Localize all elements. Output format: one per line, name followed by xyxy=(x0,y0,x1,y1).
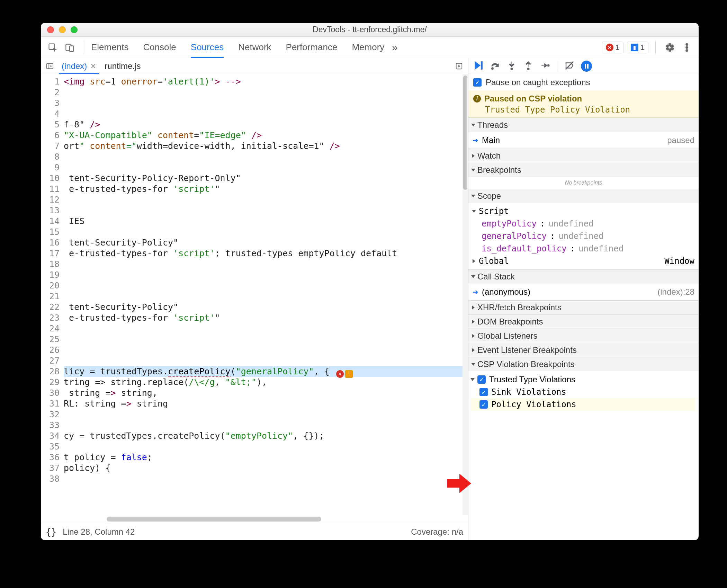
pretty-print-button[interactable]: {} xyxy=(46,527,56,537)
event-listener-bp-header[interactable]: Event Listener Breakpoints xyxy=(468,343,699,357)
scope-var-row[interactable]: is_default_policy: undefined xyxy=(481,242,695,255)
code-line[interactable] xyxy=(64,98,463,108)
scope-header[interactable]: Scope xyxy=(468,189,699,203)
error-count-badge[interactable]: ✕ 1 xyxy=(602,42,623,53)
code-line[interactable]: e-trusted-types-for 'script'; trusted-ty… xyxy=(64,248,463,259)
horizontal-scrollbar[interactable] xyxy=(41,515,468,523)
code-line[interactable] xyxy=(64,205,463,216)
checkbox-checked-icon[interactable]: ✓ xyxy=(477,375,486,384)
file-tabstrip: (index)✕runtime.js xyxy=(41,58,468,74)
code-line[interactable] xyxy=(64,194,463,205)
debugger-panel: ✓ Pause on caught exceptions i Paused on… xyxy=(468,58,699,540)
code-line[interactable]: t_policy = false; xyxy=(64,452,463,463)
callstack-frame[interactable]: ➔ (anonymous) (index):28 xyxy=(472,286,695,298)
scope-var-row[interactable]: emptyPolicy: undefined xyxy=(481,217,695,230)
code-line[interactable] xyxy=(64,108,463,119)
scope-global-row[interactable]: GlobalWindow xyxy=(472,255,695,267)
code-line[interactable] xyxy=(64,334,463,345)
code-line[interactable] xyxy=(64,280,463,291)
dom-breakpoints-header[interactable]: DOM Breakpoints xyxy=(468,315,699,329)
code-line[interactable]: "X-UA-Compatible" content="IE=edge" /> xyxy=(64,130,463,141)
step-button[interactable] xyxy=(540,60,550,72)
panel-tab-sources[interactable]: Sources xyxy=(191,37,224,58)
kebab-menu-icon[interactable] xyxy=(680,41,694,54)
sink-violations-row[interactable]: ✓Sink Violations xyxy=(470,386,695,398)
code-line[interactable]: ort" content="width=device-width, initia… xyxy=(64,141,463,151)
code-line[interactable] xyxy=(64,259,463,269)
paused-banner: i Paused on CSP violation Trusted Type P… xyxy=(468,91,699,118)
tt-violations-row[interactable]: ✓Trusted Type Violations xyxy=(470,373,695,386)
vertical-scrollbar[interactable] xyxy=(463,74,468,515)
navigator-toggle-icon[interactable] xyxy=(44,60,56,72)
code-line[interactable]: RL: string => string xyxy=(64,398,463,409)
global-listeners-header[interactable]: Global Listeners xyxy=(468,329,699,343)
code-editor[interactable]: 1234567891011121314151617181920212223242… xyxy=(41,74,468,515)
checkbox-checked-icon[interactable]: ✓ xyxy=(473,78,482,87)
resume-button[interactable] xyxy=(473,60,484,72)
code-line[interactable]: <img src=1 onerror='alert(1)'> --> xyxy=(64,76,463,87)
code-line[interactable] xyxy=(64,151,463,162)
panel-tab-network[interactable]: Network xyxy=(238,37,271,58)
cursor-position-label: Line 28, Column 42 xyxy=(63,527,135,537)
code-line[interactable]: policy) { xyxy=(64,463,463,473)
callstack-header[interactable]: Call Stack xyxy=(468,270,699,284)
more-panels-button[interactable]: » xyxy=(388,41,402,54)
file-tab[interactable]: (index)✕ xyxy=(57,58,100,74)
step-into-button[interactable] xyxy=(506,60,517,72)
info-icon: i xyxy=(473,95,481,103)
step-over-button[interactable] xyxy=(490,60,500,72)
current-frame-icon: ➔ xyxy=(473,288,478,296)
code-line[interactable]: IES xyxy=(64,216,463,226)
scope-script-row[interactable]: Script xyxy=(472,205,695,217)
watch-header[interactable]: Watch xyxy=(468,149,699,163)
step-out-button[interactable] xyxy=(523,60,533,72)
code-line[interactable]: licy = trustedTypes.createPolicy("genera… xyxy=(64,366,463,377)
code-line[interactable]: tent-Security-Policy-Report-Only" xyxy=(64,173,463,184)
current-thread-icon: ➔ xyxy=(473,136,478,144)
code-line[interactable] xyxy=(64,420,463,430)
code-line[interactable]: tent-Security-Policy" xyxy=(64,237,463,248)
checkbox-checked-icon[interactable]: ✓ xyxy=(479,400,488,409)
code-content[interactable]: <img src=1 onerror='alert(1)'> -->f-8" /… xyxy=(63,74,463,515)
panel-tab-console[interactable]: Console xyxy=(143,37,176,58)
code-line[interactable] xyxy=(64,345,463,355)
thread-row-main[interactable]: ➔ Main paused xyxy=(472,134,695,146)
code-line[interactable]: f-8" /> xyxy=(64,119,463,130)
code-line[interactable] xyxy=(64,162,463,173)
code-line[interactable] xyxy=(64,441,463,452)
deactivate-breakpoints-button[interactable] xyxy=(564,60,575,72)
code-line[interactable]: e-trusted-types-for 'script'" xyxy=(64,184,463,194)
code-line[interactable]: e-trusted-types-for 'script'" xyxy=(64,312,463,323)
file-tab[interactable]: runtime.js xyxy=(100,58,145,74)
code-line[interactable]: tring => string.replace(/\</g, "&lt;"), xyxy=(64,377,463,387)
settings-icon[interactable] xyxy=(663,41,676,54)
pause-on-exceptions-button[interactable] xyxy=(581,61,592,72)
code-line[interactable] xyxy=(64,291,463,302)
code-line[interactable] xyxy=(64,473,463,484)
code-line[interactable]: cy = trustedTypes.createPolicy("emptyPol… xyxy=(64,430,463,441)
inspect-element-icon[interactable] xyxy=(46,41,60,54)
panel-tab-performance[interactable]: Performance xyxy=(286,37,338,58)
xhr-breakpoints-header[interactable]: XHR/fetch Breakpoints xyxy=(468,301,699,314)
close-tab-icon[interactable]: ✕ xyxy=(90,62,96,70)
code-line[interactable] xyxy=(64,323,463,334)
code-line[interactable] xyxy=(64,87,463,98)
panel-tab-elements[interactable]: Elements xyxy=(91,37,128,58)
threads-header[interactable]: Threads xyxy=(468,118,699,132)
code-line[interactable] xyxy=(64,409,463,420)
checkbox-checked-icon[interactable]: ✓ xyxy=(479,388,488,396)
pause-on-caught-row[interactable]: ✓ Pause on caught exceptions xyxy=(468,74,699,91)
code-line[interactable] xyxy=(64,226,463,237)
code-line[interactable] xyxy=(64,269,463,280)
panel-tab-memory[interactable]: Memory xyxy=(352,37,384,58)
breakpoints-header[interactable]: Breakpoints xyxy=(468,163,699,177)
device-mode-icon[interactable] xyxy=(63,41,77,54)
message-count-badge[interactable]: ▮ 1 xyxy=(627,42,648,53)
policy-violations-row[interactable]: ✓Policy Violations xyxy=(470,398,695,411)
code-line[interactable]: tent-Security-Policy" xyxy=(64,302,463,312)
code-line[interactable]: string => string, xyxy=(64,387,463,398)
code-line[interactable] xyxy=(64,355,463,366)
run-snippet-icon[interactable] xyxy=(453,60,465,72)
csp-violation-bp-header[interactable]: CSP Violation Breakpoints xyxy=(468,357,699,371)
scope-var-row[interactable]: generalPolicy: undefined xyxy=(481,230,695,242)
